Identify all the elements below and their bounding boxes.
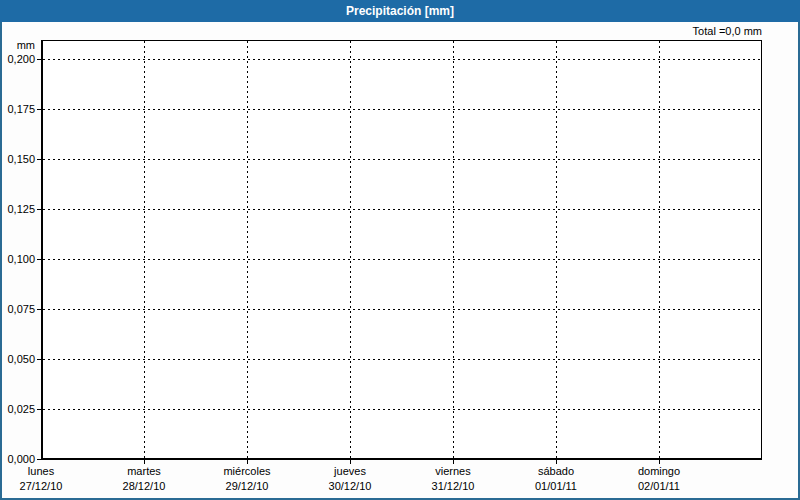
y-tick-label: 0,150 xyxy=(0,153,35,166)
chart-title: Precipitación [mm] xyxy=(346,4,454,18)
x-date-label: 02/01/11 xyxy=(608,480,710,493)
x-axis-tick xyxy=(350,460,351,464)
x-date-label: 29/12/10 xyxy=(196,480,298,493)
horizontal-gridline xyxy=(43,309,761,310)
x-date-label: 30/12/10 xyxy=(299,480,401,493)
x-axis-tick xyxy=(556,460,557,464)
plot-area xyxy=(41,40,762,460)
y-tick-label: 0,075 xyxy=(0,303,35,316)
horizontal-gridline xyxy=(43,359,761,360)
vertical-gridline xyxy=(556,41,557,458)
precipitation-chart-window: Precipitación [mm] Total =0,0 mm mm 0,00… xyxy=(0,0,800,500)
y-tick-label: 0,025 xyxy=(0,403,35,416)
vertical-gridline xyxy=(247,41,248,458)
x-date-label: 01/01/11 xyxy=(505,480,607,493)
x-day-label: jueves xyxy=(299,465,401,478)
x-axis-tick xyxy=(659,460,660,464)
x-date-label: 28/12/10 xyxy=(93,480,195,493)
y-tick-label: 0,175 xyxy=(0,103,35,116)
y-axis-tick xyxy=(37,309,41,310)
y-tick-label: 0,125 xyxy=(0,203,35,216)
y-axis-tick xyxy=(37,259,41,260)
vertical-gridline xyxy=(350,41,351,458)
x-axis-tick xyxy=(453,460,454,464)
y-axis-tick xyxy=(37,109,41,110)
horizontal-gridline xyxy=(43,409,761,410)
horizontal-gridline xyxy=(43,59,761,60)
y-axis-tick xyxy=(37,159,41,160)
vertical-gridline xyxy=(659,41,660,458)
x-axis-tick xyxy=(144,460,145,464)
vertical-gridline xyxy=(453,41,454,458)
x-axis-tick xyxy=(247,460,248,464)
x-day-label: miércoles xyxy=(196,465,298,478)
x-day-label: domingo xyxy=(608,465,710,478)
y-tick-label: 0,050 xyxy=(0,353,35,366)
chart-title-bar: Precipitación [mm] xyxy=(0,0,800,22)
frame-border-left xyxy=(0,0,2,500)
y-axis-tick xyxy=(37,409,41,410)
horizontal-gridline xyxy=(43,209,761,210)
y-axis-tick xyxy=(37,59,41,60)
total-precipitation-label: Total =0,0 mm xyxy=(462,25,762,37)
x-date-label: 31/12/10 xyxy=(402,480,504,493)
y-tick-label: 0,100 xyxy=(0,253,35,266)
x-day-label: viernes xyxy=(402,465,504,478)
y-axis-unit-label: mm xyxy=(0,39,35,51)
horizontal-gridline xyxy=(43,109,761,110)
vertical-gridline xyxy=(144,41,145,458)
horizontal-gridline xyxy=(43,159,761,160)
y-axis-tick xyxy=(37,359,41,360)
y-axis-tick xyxy=(37,459,41,460)
y-tick-label: 0,200 xyxy=(0,53,35,66)
x-day-label: lunes xyxy=(0,465,92,478)
horizontal-gridline xyxy=(43,259,761,260)
x-day-label: sábado xyxy=(505,465,607,478)
x-day-label: martes xyxy=(93,465,195,478)
y-axis-tick xyxy=(37,209,41,210)
x-date-label: 27/12/10 xyxy=(0,480,92,493)
